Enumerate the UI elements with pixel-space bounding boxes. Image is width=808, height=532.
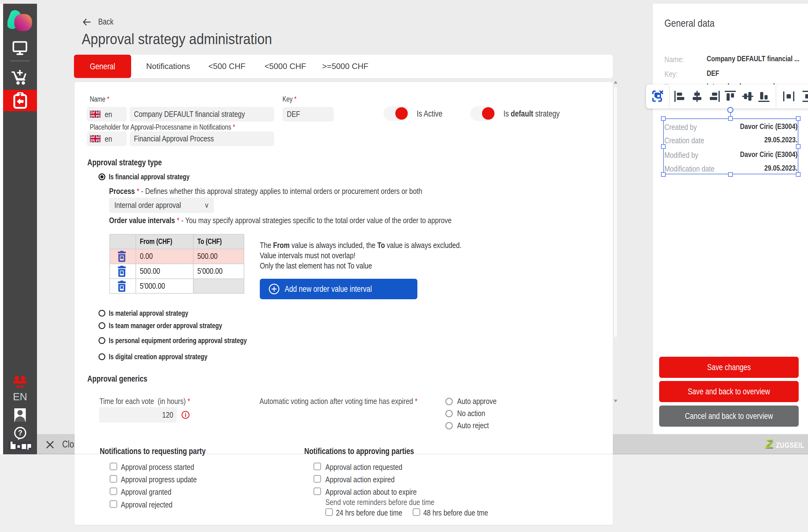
svg-text:?: ? <box>18 429 22 437</box>
